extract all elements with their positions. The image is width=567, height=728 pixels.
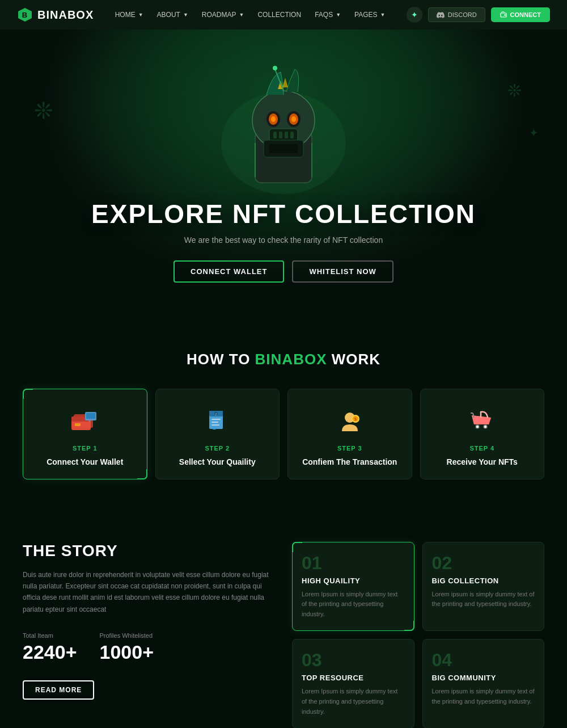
svg-point-47	[476, 425, 479, 428]
svg-point-14	[291, 116, 296, 122]
nav-faqs[interactable]: FAQS ▼	[309, 7, 346, 22]
steps-grid: STEP 1 Connect Your Wallet Z STEP 2 Sell…	[23, 389, 544, 479]
step-1-number: STEP 1	[73, 445, 98, 452]
theme-toggle-icon[interactable]: ✦	[407, 7, 422, 23]
stat-total-items: Total Iteam 2240+	[23, 632, 77, 663]
feature-card-3: 03 TOP RESOURCE Lorem Ipsum is simply du…	[292, 639, 414, 728]
brand-name: BINABOX	[37, 9, 94, 22]
svg-point-11	[271, 116, 276, 122]
story-stats: Total Iteam 2240+ Profiles Whitelisted 1…	[23, 632, 275, 663]
step-card-1: STEP 1 Connect Your Wallet	[23, 389, 147, 479]
svg-marker-8	[282, 78, 288, 87]
feature-card-4: 04 BIG COMMUNITY Lorem ipsum is simply d…	[422, 639, 545, 728]
svg-text:B: B	[22, 11, 28, 19]
snowflake-decoration-left: ❊	[34, 98, 53, 124]
step-card-3: $ STEP 3 Confiem The Transaction	[287, 389, 412, 479]
svg-text:$: $	[354, 417, 357, 421]
svg-rect-36	[211, 422, 218, 423]
chevron-down-icon: ▼	[239, 12, 244, 18]
svg-text:Z: Z	[215, 413, 217, 416]
step-card-2: Z STEP 2 Sellect Your Quaility	[155, 389, 280, 479]
svg-rect-3	[504, 15, 506, 16]
svg-rect-38	[213, 428, 216, 430]
step-2-number: STEP 2	[205, 445, 230, 452]
step-1-icon	[68, 405, 102, 439]
nav-links: HOME ▼ ABOUT ▼ ROADMAP ▼ COLLECTION FAQS…	[109, 7, 391, 22]
chevron-down-icon: ▼	[138, 12, 143, 18]
step-3-number: STEP 3	[337, 445, 362, 452]
svg-rect-37	[211, 424, 219, 426]
discord-icon	[437, 12, 445, 18]
story-right: 01 HIGH QUAILITY Lorem Ipsum is simply d…	[292, 542, 544, 728]
nav-collection[interactable]: COLLECTION	[252, 7, 307, 22]
hero-title: EXPLORE NFT COLLECTION	[91, 200, 476, 229]
snowflake-decoration-right: ❊	[507, 81, 522, 100]
nav-right: ✦ DISCORD CONNECT	[407, 7, 550, 23]
step-3-label: Confiem The Transaction	[302, 457, 397, 466]
nav-home[interactable]: HOME ▼	[109, 7, 149, 22]
svg-rect-35	[211, 419, 221, 420]
step-card-4: STEP 4 Receive Your NFTs	[420, 389, 545, 479]
read-more-button[interactable]: READ MORE	[23, 680, 94, 700]
svg-rect-21	[269, 144, 298, 153]
hero-buttons: CONNECT WALLET WHITELIST NOW	[91, 260, 476, 283]
svg-rect-18	[285, 132, 288, 138]
step-1-label: Connect Your Wallet	[46, 457, 123, 466]
wallet-icon	[500, 11, 507, 18]
nav-connect-button[interactable]: CONNECT	[491, 7, 550, 22]
nav-about[interactable]: ABOUT ▼	[151, 7, 194, 22]
connect-wallet-button[interactable]: CONNECT WALLET	[174, 260, 284, 283]
svg-point-48	[484, 425, 487, 428]
chevron-down-icon: ▼	[336, 12, 341, 18]
svg-rect-19	[290, 132, 294, 138]
connect-label: CONNECT	[510, 11, 541, 18]
svg-point-23	[273, 66, 277, 70]
stat-profiles: Profiles Whitelisted 1000+	[100, 632, 154, 663]
story-left: THE STORY Duis aute irure dolor in repre…	[23, 542, 275, 700]
hero-content: EXPLORE NFT COLLECTION We are the best w…	[91, 200, 476, 283]
hero-robot-image	[193, 35, 374, 211]
navbar: B BINABOX HOME ▼ ABOUT ▼ ROADMAP ▼ COLLE…	[0, 0, 567, 30]
feature-card-2: 02 BiG COLLECTION Lorem ipsum is simply …	[422, 542, 545, 632]
discord-button[interactable]: DISCORD	[428, 7, 485, 22]
how-to-section: HOW TO BINABOX WORK STEP 1 Connect Your …	[0, 317, 567, 508]
step-4-icon	[465, 405, 499, 439]
svg-rect-16	[273, 132, 277, 138]
step-2-label: Sellect Your Quaility	[179, 457, 256, 466]
hero-section: ❊ ❊ ✦	[0, 30, 567, 317]
story-title: THE STORY	[23, 542, 275, 560]
whitelist-button[interactable]: WHITELIST NOW	[292, 260, 393, 283]
chevron-down-icon: ▼	[380, 12, 386, 18]
svg-rect-29	[75, 423, 81, 426]
discord-label: DISCORD	[448, 11, 477, 18]
step-2-icon: Z	[200, 405, 234, 439]
snowflake-decoration-right2: ✦	[529, 126, 539, 140]
nav-pages[interactable]: PAGES ▼	[349, 7, 391, 22]
nav-roadmap[interactable]: ROADMAP ▼	[196, 7, 250, 22]
story-section: THE STORY Duis aute irure dolor in repre…	[0, 508, 567, 728]
how-to-title: HOW TO BINABOX WORK	[23, 351, 544, 368]
story-text: Duis aute irure dolor in reprehenderit i…	[23, 569, 275, 616]
svg-rect-17	[279, 132, 282, 138]
hero-subtitle: We are the best way to check the rarity …	[91, 235, 476, 245]
brand-logo[interactable]: B BINABOX	[17, 7, 94, 23]
step-4-label: Receive Your NFTs	[447, 457, 518, 466]
chevron-down-icon: ▼	[183, 12, 188, 18]
feature-card-1: 01 HIGH QUAILITY Lorem Ipsum is simply d…	[292, 542, 414, 632]
step-3-icon: $	[333, 405, 367, 439]
svg-rect-31	[86, 413, 95, 419]
step-4-number: STEP 4	[469, 445, 494, 452]
